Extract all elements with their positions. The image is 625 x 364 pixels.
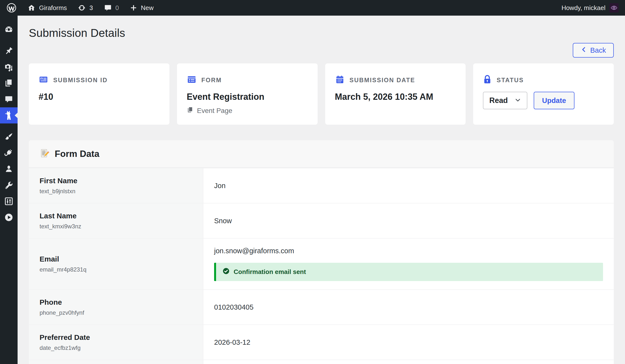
sidebar-item-videos[interactable] xyxy=(0,209,18,225)
form-name-value: Event Registration xyxy=(187,92,308,102)
pages-icon xyxy=(4,78,14,88)
field-id: email_mr4p8231q xyxy=(39,266,192,273)
confirmation-email-badge: Confirmation email sent xyxy=(214,263,603,281)
play-circle-icon xyxy=(4,213,14,222)
submission-date-value: March 5, 2026 10:35 AM xyxy=(335,92,456,102)
form-data-panel: Form Data First Name text_b9jnlstxn Jon … xyxy=(29,140,614,364)
status-selected-value: Read xyxy=(489,96,508,105)
form-icon xyxy=(187,75,196,85)
field-value: Jon xyxy=(203,168,614,203)
new-content-button[interactable]: New xyxy=(130,4,154,12)
field-label: Preferred Date xyxy=(39,333,192,341)
back-button[interactable]: Back xyxy=(573,43,614,57)
field-id: date_ecfbz1wfg xyxy=(39,344,192,351)
form-data-row: Phone phone_pzv0hfynf 0102030405 xyxy=(29,289,614,324)
id-card-icon xyxy=(39,75,48,85)
field-label: Phone xyxy=(39,298,192,307)
main-content: Submission Details Back Submission ID #1… xyxy=(18,16,625,364)
sidebar-item-appearance[interactable] xyxy=(0,129,18,145)
howdy-text: Howdy, mickael xyxy=(562,4,605,12)
comment-bubble-icon xyxy=(104,4,112,12)
field-value: 2026-03-12 xyxy=(203,325,614,360)
sidebar-item-dashboard[interactable] xyxy=(0,22,18,38)
comments-count: 0 xyxy=(116,4,119,12)
media-icon xyxy=(4,62,14,72)
field-id: phone_pzv0hfynf xyxy=(39,309,192,316)
wordpress-admin-screen: Giraforms 3 0 New xyxy=(0,0,625,364)
status-card: Status Read Update xyxy=(473,63,614,125)
sidebar-item-users[interactable] xyxy=(0,161,18,177)
submission-id-card: Submission ID #10 xyxy=(29,63,169,125)
admin-bar: Giraforms 3 0 New xyxy=(0,0,625,16)
sidebar-item-giraforms[interactable] xyxy=(0,107,18,123)
lock-icon xyxy=(483,75,492,85)
new-label: New xyxy=(141,4,154,12)
update-status-button[interactable]: Update xyxy=(534,92,574,109)
sidebar-item-settings[interactable] xyxy=(0,193,18,209)
check-circle-icon xyxy=(222,267,230,277)
comments-indicator[interactable]: 0 xyxy=(104,4,119,12)
form-card: Form Event Registration Event Page xyxy=(177,63,318,125)
site-link[interactable]: Giraforms xyxy=(27,4,67,12)
card-label: Status xyxy=(497,77,524,84)
memo-icon xyxy=(39,148,50,160)
updates-count: 3 xyxy=(89,4,93,12)
card-label: Submission Date xyxy=(350,77,415,84)
calendar-icon xyxy=(335,75,345,85)
chevron-down-icon xyxy=(515,97,521,104)
page-icon xyxy=(187,106,194,115)
field-value: Snow xyxy=(203,203,614,238)
form-data-row: Email email_mr4p8231q jon.snow@giraforms… xyxy=(29,238,614,289)
field-id: text_b9jnlstxn xyxy=(39,188,192,195)
form-data-row: Last Name text_kmxi9w3nz Snow xyxy=(29,203,614,238)
wordpress-logo-icon xyxy=(6,3,17,13)
comments-icon xyxy=(4,94,14,104)
badge-text: Confirmation email sent xyxy=(234,268,306,276)
giraffe-icon xyxy=(4,110,14,120)
paintbrush-icon xyxy=(4,132,14,142)
sidebar-item-pages[interactable] xyxy=(0,75,18,91)
submission-id-value: #10 xyxy=(39,92,160,102)
field-value: jon.snow@giraforms.com xyxy=(214,247,603,255)
form-data-row: Number of Attendees select_6cb0b7q08 3 xyxy=(29,360,614,364)
admin-sidebar xyxy=(0,16,18,364)
chevron-left-icon xyxy=(581,46,587,55)
plus-icon xyxy=(130,4,137,12)
wordpress-menu-button[interactable] xyxy=(6,3,17,13)
sidebar-item-tools[interactable] xyxy=(0,177,18,193)
field-label: First Name xyxy=(39,177,192,185)
pushpin-icon xyxy=(4,46,14,56)
back-label: Back xyxy=(590,46,606,55)
field-label: Email xyxy=(39,255,192,263)
form-data-title: Form Data xyxy=(55,149,99,159)
howdy-account-link[interactable]: Howdy, mickael xyxy=(562,4,605,12)
summary-cards: Submission ID #10 Form Event Registratio… xyxy=(29,63,614,125)
sidebar-item-comments[interactable] xyxy=(0,91,18,107)
plug-icon xyxy=(4,148,14,158)
page-title: Submission Details xyxy=(29,26,614,40)
field-id: text_kmxi9w3nz xyxy=(39,223,192,230)
sidebar-item-posts[interactable] xyxy=(0,43,18,59)
form-page-row: Event Page xyxy=(187,106,308,115)
field-value: 0102030405 xyxy=(203,290,614,324)
avatar[interactable] xyxy=(609,3,619,12)
wrench-icon xyxy=(4,180,14,190)
card-label: Submission ID xyxy=(53,77,108,84)
card-label: Form xyxy=(201,77,222,84)
form-data-header: Form Data xyxy=(29,140,614,168)
sidebar-item-media[interactable] xyxy=(0,59,18,75)
field-label: Last Name xyxy=(39,212,192,220)
user-icon xyxy=(4,164,14,174)
home-icon xyxy=(27,4,36,12)
submission-date-card: Submission Date March 5, 2026 10:35 AM xyxy=(325,63,466,125)
updates-indicator[interactable]: 3 xyxy=(78,4,93,12)
status-select[interactable]: Read xyxy=(483,92,527,109)
dashboard-icon xyxy=(4,25,14,34)
field-value: 3 xyxy=(203,360,614,364)
form-page-label: Event Page xyxy=(197,107,232,115)
updates-icon xyxy=(78,4,86,12)
site-name: Giraforms xyxy=(39,4,67,12)
form-data-row: Preferred Date date_ecfbz1wfg 2026-03-12 xyxy=(29,324,614,360)
form-data-row: First Name text_b9jnlstxn Jon xyxy=(29,168,614,203)
sidebar-item-plugins[interactable] xyxy=(0,145,18,161)
